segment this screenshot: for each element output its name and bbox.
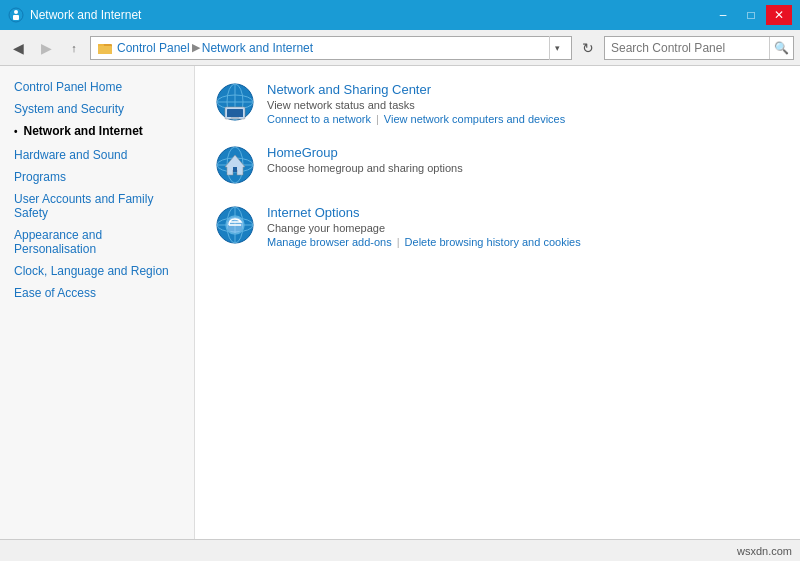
homegroup-svg (215, 145, 255, 185)
up-button[interactable]: ↑ (62, 36, 86, 60)
sidebar-item-ease-of-access[interactable]: Ease of Access (0, 282, 194, 304)
status-bar: wsxdn.com (0, 539, 800, 561)
sidebar-item-control-panel-home[interactable]: Control Panel Home (0, 76, 194, 98)
sidebar: Control Panel Home System and Security •… (0, 66, 195, 539)
search-box: 🔍 (604, 36, 794, 60)
address-path: Control Panel ▶ Network and Internet (117, 41, 545, 55)
homegroup-title[interactable]: HomeGroup (267, 145, 463, 160)
internet-options-icon (215, 205, 255, 245)
forward-button[interactable]: ▶ (34, 36, 58, 60)
sidebar-item-user-accounts[interactable]: User Accounts and Family Safety (0, 188, 194, 224)
path-current[interactable]: Network and Internet (202, 41, 313, 55)
internet-options-title[interactable]: Internet Options (267, 205, 581, 220)
sidebar-item-clock-language[interactable]: Clock, Language and Region (0, 260, 194, 282)
title-bar: Network and Internet – □ ✕ (0, 0, 800, 30)
window-icon (8, 7, 24, 23)
sidebar-item-programs[interactable]: Programs (0, 166, 194, 188)
sidebar-item-hardware-and-sound[interactable]: Hardware and Sound (0, 144, 194, 166)
search-input[interactable] (605, 41, 769, 55)
search-button[interactable]: 🔍 (769, 37, 793, 59)
minimize-button[interactable]: – (710, 5, 736, 25)
path-root[interactable]: Control Panel (117, 41, 190, 55)
network-sharing-info: Network and Sharing Center View network … (267, 82, 565, 125)
address-field[interactable]: Control Panel ▶ Network and Internet ▾ (90, 36, 572, 60)
homegroup-section: HomeGroup Choose homegroup and sharing o… (215, 145, 780, 185)
close-button[interactable]: ✕ (766, 5, 792, 25)
back-button[interactable]: ◀ (6, 36, 30, 60)
window-title: Network and Internet (30, 8, 141, 22)
network-sharing-icon (215, 82, 255, 122)
svg-point-1 (14, 10, 18, 14)
connect-network-link[interactable]: Connect to a network (267, 113, 371, 125)
network-sharing-links: Connect to a network | View network comp… (267, 113, 565, 125)
address-bar: ◀ ▶ ↑ Control Panel ▶ Network and Intern… (0, 30, 800, 66)
svg-rect-13 (231, 117, 239, 119)
internet-options-subtitle: Change your homepage (267, 222, 581, 234)
internet-options-info: Internet Options Change your homepage Ma… (267, 205, 581, 248)
internet-options-links: Manage browser add-ons | Delete browsing… (267, 236, 581, 248)
status-text: wsxdn.com (737, 545, 792, 557)
manage-addons-link[interactable]: Manage browser add-ons (267, 236, 392, 248)
refresh-button[interactable]: ↻ (576, 36, 600, 60)
address-dropdown-button[interactable]: ▾ (549, 36, 565, 60)
sidebar-item-network-and-internet: • Network and Internet (0, 120, 194, 144)
svg-rect-12 (227, 109, 243, 117)
homegroup-info: HomeGroup Choose homegroup and sharing o… (267, 145, 463, 176)
homegroup-icon (215, 145, 255, 185)
delete-browsing-link[interactable]: Delete browsing history and cookies (405, 236, 581, 248)
svg-rect-2 (13, 15, 19, 20)
content-area: Network and Sharing Center View network … (195, 66, 800, 539)
sidebar-item-appearance[interactable]: Appearance and Personalisation (0, 224, 194, 260)
internet-options-section: Internet Options Change your homepage Ma… (215, 205, 780, 248)
internet-options-svg (215, 205, 255, 245)
view-network-computers-link[interactable]: View network computers and devices (384, 113, 565, 125)
network-sharing-title[interactable]: Network and Sharing Center (267, 82, 565, 97)
folder-icon (97, 40, 113, 56)
homegroup-subtitle: Choose homegroup and sharing options (267, 162, 463, 174)
network-sharing-subtitle: View network status and tasks (267, 99, 565, 111)
svg-rect-19 (233, 167, 237, 172)
svg-rect-5 (98, 46, 112, 54)
title-bar-left: Network and Internet (8, 7, 141, 23)
main-area: Control Panel Home System and Security •… (0, 66, 800, 539)
sidebar-item-system-and-security[interactable]: System and Security (0, 98, 194, 120)
network-sharing-svg (215, 82, 255, 122)
maximize-button[interactable]: □ (738, 5, 764, 25)
network-sharing-section: Network and Sharing Center View network … (215, 82, 780, 125)
title-bar-controls: – □ ✕ (710, 5, 792, 25)
